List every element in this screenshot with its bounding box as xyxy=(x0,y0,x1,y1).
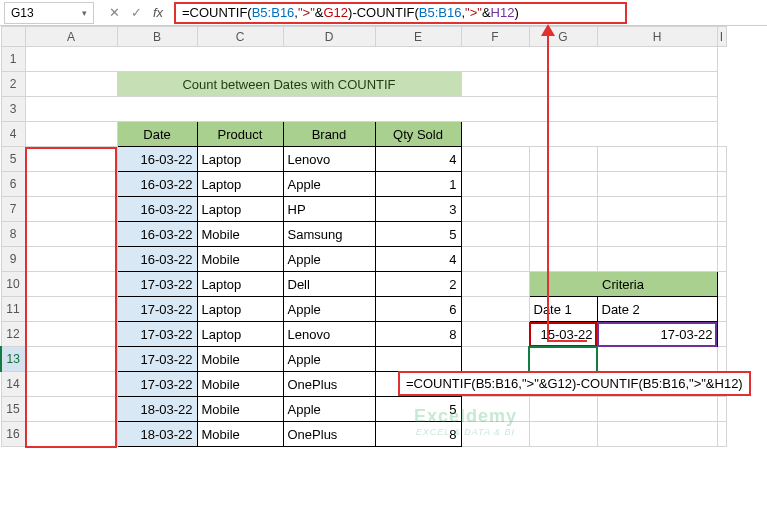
cell[interactable] xyxy=(25,197,117,222)
cell-qty[interactable]: 5 xyxy=(375,222,461,247)
header-date[interactable]: Date xyxy=(117,122,197,147)
cell-date[interactable]: 18-03-22 xyxy=(117,397,197,422)
cell[interactable] xyxy=(461,122,717,147)
cell-brand[interactable]: Samsung xyxy=(283,222,375,247)
cell-brand[interactable]: OnePlus xyxy=(283,372,375,397)
cell-date[interactable]: 17-03-22 xyxy=(117,347,197,372)
cell[interactable] xyxy=(461,72,717,97)
cell[interactable] xyxy=(25,47,717,72)
cell-product[interactable]: Laptop xyxy=(197,322,283,347)
cell[interactable] xyxy=(25,397,117,422)
row-4[interactable]: 4 xyxy=(1,122,25,147)
cell[interactable] xyxy=(717,147,726,172)
criteria-value-1[interactable]: 15-03-22 xyxy=(529,322,597,347)
cell[interactable] xyxy=(717,247,726,272)
cell[interactable] xyxy=(597,347,717,372)
header-qty[interactable]: Qty Sold xyxy=(375,122,461,147)
cell-qty[interactable]: 8 xyxy=(375,322,461,347)
cell[interactable] xyxy=(597,147,717,172)
row-11[interactable]: 11 xyxy=(1,297,25,322)
chevron-down-icon[interactable]: ▾ xyxy=(82,8,87,18)
row-5[interactable]: 5 xyxy=(1,147,25,172)
cell[interactable] xyxy=(529,222,597,247)
row-3[interactable]: 3 xyxy=(1,97,25,122)
cell-date[interactable]: 16-03-22 xyxy=(117,247,197,272)
cell-product[interactable]: Mobile xyxy=(197,422,283,447)
active-cell-g13[interactable] xyxy=(529,347,597,372)
cell[interactable] xyxy=(25,422,117,447)
cell-date[interactable]: 17-03-22 xyxy=(117,272,197,297)
cell-brand[interactable]: Lenovo xyxy=(283,147,375,172)
cell[interactable] xyxy=(461,347,529,372)
cell[interactable] xyxy=(25,97,717,122)
cell[interactable] xyxy=(461,247,529,272)
cell-date[interactable]: 16-03-22 xyxy=(117,197,197,222)
col-G[interactable]: G xyxy=(529,27,597,47)
cell[interactable] xyxy=(25,372,117,397)
criteria-label-2[interactable]: Date 2 xyxy=(597,297,717,322)
row-15[interactable]: 15 xyxy=(1,397,25,422)
name-box[interactable]: G13 ▾ xyxy=(4,2,94,24)
cell[interactable] xyxy=(717,172,726,197)
cancel-icon[interactable]: ✕ xyxy=(104,3,124,23)
criteria-value-2[interactable]: 17-03-22 xyxy=(597,322,717,347)
row-10[interactable]: 10 xyxy=(1,272,25,297)
cell[interactable] xyxy=(25,247,117,272)
cell[interactable] xyxy=(461,397,529,422)
header-brand[interactable]: Brand xyxy=(283,122,375,147)
select-all[interactable] xyxy=(1,27,25,47)
cell-qty[interactable]: 6 xyxy=(375,297,461,322)
cell[interactable] xyxy=(597,197,717,222)
cell[interactable] xyxy=(717,222,726,247)
col-H[interactable]: H xyxy=(597,27,717,47)
cell-qty[interactable] xyxy=(375,347,461,372)
cell[interactable] xyxy=(461,222,529,247)
cell[interactable] xyxy=(717,397,726,422)
cell-product[interactable]: Laptop xyxy=(197,197,283,222)
cell[interactable] xyxy=(461,297,529,322)
cell[interactable] xyxy=(461,197,529,222)
col-A[interactable]: A xyxy=(25,27,117,47)
cell-product[interactable]: Mobile xyxy=(197,347,283,372)
title-cell[interactable]: Count between Dates with COUNTIF xyxy=(117,72,461,97)
cell[interactable] xyxy=(25,72,117,97)
cell[interactable] xyxy=(717,272,726,297)
cell-brand[interactable]: Dell xyxy=(283,272,375,297)
col-D[interactable]: D xyxy=(283,27,375,47)
cell-qty[interactable]: 4 xyxy=(375,147,461,172)
cell[interactable] xyxy=(717,422,726,447)
cell[interactable] xyxy=(529,147,597,172)
cell[interactable] xyxy=(597,422,717,447)
col-B[interactable]: B xyxy=(117,27,197,47)
col-F[interactable]: F xyxy=(461,27,529,47)
cell-product[interactable]: Mobile xyxy=(197,247,283,272)
cell-date[interactable]: 17-03-22 xyxy=(117,297,197,322)
cell[interactable] xyxy=(717,297,726,322)
header-product[interactable]: Product xyxy=(197,122,283,147)
row-9[interactable]: 9 xyxy=(1,247,25,272)
cell[interactable] xyxy=(529,422,597,447)
cell-qty[interactable]: 4 xyxy=(375,247,461,272)
cell-brand[interactable]: Apple xyxy=(283,297,375,322)
row-13[interactable]: 13 xyxy=(1,347,25,372)
cell-product[interactable]: Laptop xyxy=(197,147,283,172)
cell-date[interactable]: 18-03-22 xyxy=(117,422,197,447)
accept-icon[interactable]: ✓ xyxy=(126,3,146,23)
row-8[interactable]: 8 xyxy=(1,222,25,247)
cell[interactable] xyxy=(25,147,117,172)
cell[interactable] xyxy=(461,272,529,297)
cell-brand[interactable]: HP xyxy=(283,197,375,222)
cell-date[interactable]: 16-03-22 xyxy=(117,172,197,197)
cell[interactable] xyxy=(597,397,717,422)
criteria-header[interactable]: Criteria xyxy=(529,272,717,297)
cell[interactable] xyxy=(717,322,726,347)
cell-brand[interactable]: Apple xyxy=(283,172,375,197)
cell[interactable] xyxy=(25,172,117,197)
cell[interactable] xyxy=(717,197,726,222)
cell-date[interactable]: 17-03-22 xyxy=(117,322,197,347)
cell[interactable] xyxy=(25,322,117,347)
cell-qty[interactable]: 3 xyxy=(375,197,461,222)
cell-product[interactable]: Mobile xyxy=(197,372,283,397)
cell[interactable] xyxy=(529,197,597,222)
cell[interactable] xyxy=(529,247,597,272)
